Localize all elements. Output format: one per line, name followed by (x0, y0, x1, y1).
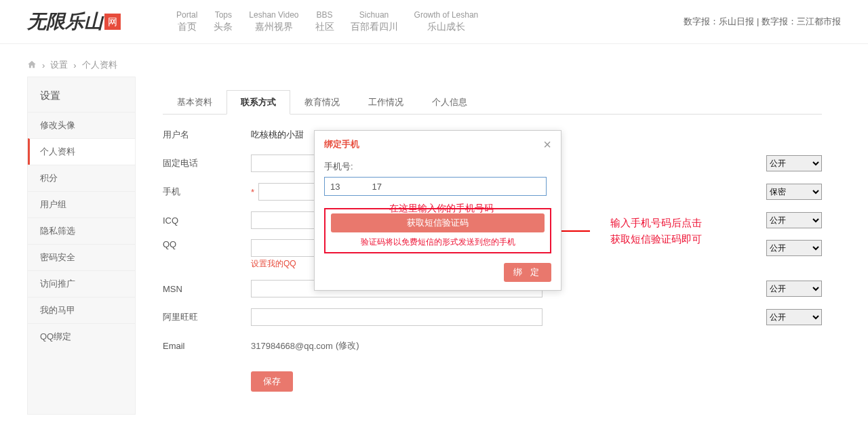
sms-box: 获取短信验证码 验证码将以免费短信的形式发送到您的手机 (324, 208, 551, 253)
select-aliww-visibility[interactable]: 公开 (766, 309, 822, 325)
sidebar-title: 设置 (28, 77, 135, 112)
sidebar-item-maja[interactable]: 我的马甲 (28, 297, 135, 323)
label-msn: MSN (163, 284, 251, 294)
nav-portal[interactable]: Portal首页 (176, 10, 197, 33)
tab-work[interactable]: 工作情况 (354, 90, 418, 115)
bind-button[interactable]: 绑 定 (504, 263, 551, 282)
home-icon[interactable] (27, 60, 37, 71)
get-sms-button[interactable]: 获取短信验证码 (331, 213, 545, 232)
sidebar-item-promotion[interactable]: 访问推广 (28, 270, 135, 297)
value-email: 317984668@qq.com (251, 341, 333, 351)
label-icq: ICQ (163, 215, 251, 226)
close-icon[interactable]: × (543, 138, 551, 151)
sidebar-item-points[interactable]: 积分 (28, 165, 135, 191)
label-mobile: 手机 (163, 186, 251, 198)
logo-badge: 网 (104, 14, 121, 30)
breadcrumb: › 设置 › 个人资料 (27, 59, 841, 71)
input-aliww[interactable] (251, 308, 542, 326)
link-edit-email[interactable]: (修改) (336, 339, 359, 352)
link-set-qq[interactable]: 设置我的QQ (251, 258, 296, 270)
nav-bbs[interactable]: BBS社区 (315, 10, 334, 33)
required-marker: * (251, 187, 254, 197)
modal-title: 绑定手机 (324, 138, 359, 150)
breadcrumb-item[interactable]: 个人资料 (82, 59, 117, 71)
tab-personal[interactable]: 个人信息 (418, 90, 481, 115)
label-phone: 手机号: (324, 161, 551, 173)
select-landline-visibility[interactable]: 公开 (766, 155, 822, 171)
select-msn-visibility[interactable]: 公开 (766, 281, 822, 297)
sms-note: 验证码将以免费短信的形式发送到您的手机 (331, 236, 545, 248)
tab-education[interactable]: 教育情况 (290, 90, 354, 115)
header-right-links[interactable]: 数字报：乐山日报 | 数字报：三江都市报 (684, 16, 841, 28)
tabs: 基本资料 联系方式 教育情况 工作情况 个人信息 (163, 90, 822, 115)
save-button[interactable]: 保存 (251, 371, 293, 392)
select-qq-visibility[interactable]: 公开 (766, 240, 822, 256)
nav-video[interactable]: Leshan Video嘉州视界 (249, 10, 298, 33)
label-qq: QQ (163, 239, 251, 249)
sidebar: 设置 修改头像 个人资料 积分 用户组 隐私筛选 密码安全 访问推广 我的马甲 … (27, 77, 136, 415)
tab-basic[interactable]: 基本资料 (163, 90, 226, 115)
logo[interactable]: 无限乐山网 (27, 5, 156, 38)
nav-tops[interactable]: Tops头条 (214, 10, 233, 33)
sidebar-item-qqbind[interactable]: QQ绑定 (28, 323, 135, 350)
sidebar-item-privacy[interactable]: 隐私筛选 (28, 218, 135, 244)
main-nav: Portal首页 Tops头条 Leshan Video嘉州视界 BBS社区 S… (176, 10, 478, 33)
sidebar-item-usergroup[interactable]: 用户组 (28, 191, 135, 218)
annotation-inline-hint: 在这里输入你的手机号码 (389, 203, 494, 215)
breadcrumb-item[interactable]: 设置 (50, 59, 68, 71)
select-mobile-visibility[interactable]: 保密 (766, 184, 822, 200)
sidebar-item-security[interactable]: 密码安全 (28, 244, 135, 270)
input-phone[interactable] (324, 177, 547, 196)
sidebar-item-avatar[interactable]: 修改头像 (28, 112, 135, 138)
header: 无限乐山网 Portal首页 Tops头条 Leshan Video嘉州视界 B… (0, 0, 868, 44)
bind-phone-modal: 绑定手机 × 手机号: 在这里输入你的手机号码 获取短信验证码 验证码将以免费短… (314, 130, 561, 291)
nav-growth[interactable]: Growth of Leshan乐山成长 (414, 10, 479, 33)
sidebar-item-profile[interactable]: 个人资料 (28, 138, 135, 165)
annotation-text: 输入手机号码后点击 获取短信验证码即可 (610, 215, 702, 247)
nav-sichuan[interactable]: Sichuan百部看四川 (351, 10, 398, 33)
select-icq-visibility[interactable]: 公开 (766, 212, 822, 228)
tab-contact[interactable]: 联系方式 (226, 90, 290, 115)
label-email: Email (163, 341, 251, 351)
label-aliww: 阿里旺旺 (163, 311, 251, 323)
label-landline: 固定电话 (163, 157, 251, 169)
label-username: 用户名 (163, 129, 251, 141)
logo-text: 无限乐山 (27, 9, 103, 35)
